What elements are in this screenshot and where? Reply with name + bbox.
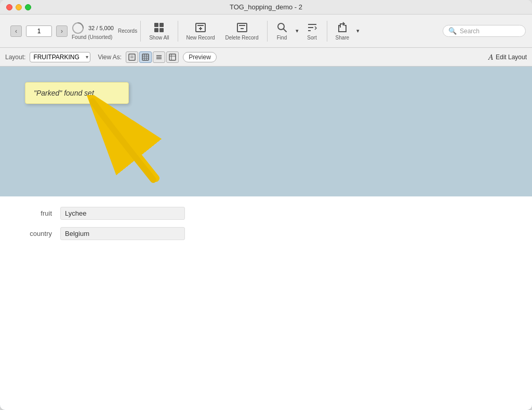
svg-rect-2 bbox=[159, 23, 164, 27]
sort-button[interactable]: Sort bbox=[301, 21, 324, 41]
show-all-icon bbox=[153, 21, 165, 34]
main-window: TOG_hopping_demo - 2 ‹ › 32 / 5,000 F bbox=[0, 0, 532, 410]
find-dropdown-button[interactable]: ▾ bbox=[294, 28, 301, 34]
toolbar: ‹ › 32 / 5,000 Found (Unsorted) Records bbox=[0, 15, 532, 48]
svg-rect-17 bbox=[129, 54, 135, 60]
layout-select-input[interactable]: FRUITPARKING bbox=[30, 52, 90, 62]
window-title: TOG_hopping_demo - 2 bbox=[230, 3, 302, 11]
find-button[interactable]: Find bbox=[271, 21, 294, 41]
svg-rect-6 bbox=[197, 25, 204, 26]
fruit-label: fruit bbox=[21, 209, 52, 217]
form-view-button[interactable] bbox=[126, 51, 138, 63]
spreadsheet-view-button[interactable] bbox=[166, 51, 179, 63]
view-buttons-group bbox=[126, 51, 179, 63]
svg-rect-20 bbox=[142, 54, 149, 60]
minimize-button[interactable] bbox=[16, 4, 22, 10]
record-number-input[interactable] bbox=[26, 25, 52, 37]
svg-line-13 bbox=[284, 29, 286, 32]
new-record-icon bbox=[194, 21, 207, 34]
delete-record-button[interactable]: Delete Record bbox=[220, 21, 264, 41]
fruit-input[interactable]: Lychee bbox=[60, 207, 185, 220]
list-view-button[interactable] bbox=[153, 51, 165, 63]
country-label: country bbox=[21, 230, 52, 237]
svg-rect-4 bbox=[159, 28, 164, 32]
country-field: country Belgium bbox=[21, 227, 511, 240]
svg-rect-1 bbox=[154, 23, 158, 27]
share-dropdown-icon: ▾ bbox=[356, 28, 360, 34]
nav-forward-button[interactable]: › bbox=[56, 25, 68, 37]
record-count-area: 32 / 5,000 Found (Unsorted) bbox=[72, 22, 114, 40]
record-status: Found (Unsorted) bbox=[72, 34, 112, 40]
separator-2 bbox=[178, 21, 178, 42]
new-record-label: New Record bbox=[187, 35, 215, 41]
nav-back-button[interactable]: ‹ bbox=[10, 25, 22, 37]
new-record-button[interactable]: New Record bbox=[181, 21, 220, 41]
sort-label: Sort bbox=[307, 35, 316, 41]
content-area: "Parked" found set fruit Lychee country … bbox=[0, 67, 532, 410]
search-icon: 🔍 bbox=[448, 27, 457, 35]
share-icon bbox=[336, 21, 349, 34]
svg-rect-9 bbox=[237, 23, 247, 32]
share-button[interactable]: Share bbox=[330, 21, 355, 41]
title-bar: TOG_hopping_demo - 2 bbox=[0, 0, 532, 15]
svg-rect-28 bbox=[169, 54, 176, 60]
maximize-button[interactable] bbox=[25, 4, 31, 10]
svg-rect-3 bbox=[154, 28, 158, 32]
loading-spinner bbox=[72, 22, 84, 34]
callout-box: "Parked" found set bbox=[25, 82, 129, 104]
find-label: Find bbox=[277, 35, 287, 41]
show-all-label: Show All bbox=[149, 35, 169, 41]
sort-icon bbox=[306, 21, 318, 34]
layout-bar: Layout: FRUITPARKING View As: bbox=[0, 48, 532, 67]
separator-1 bbox=[140, 21, 141, 42]
separator-4 bbox=[327, 21, 327, 42]
search-area[interactable]: 🔍 Search bbox=[443, 25, 526, 37]
close-button[interactable] bbox=[6, 4, 12, 10]
record-count: 32 / 5,000 bbox=[88, 25, 114, 31]
yellow-arrow bbox=[73, 95, 177, 183]
edit-layout-button[interactable]: 𝐴 Edit Layout bbox=[488, 52, 527, 62]
svg-point-12 bbox=[278, 23, 284, 30]
view-as-label: View As: bbox=[98, 54, 122, 61]
share-label: Share bbox=[336, 35, 350, 41]
preview-button[interactable]: Preview bbox=[183, 52, 217, 62]
records-label: Records bbox=[118, 28, 137, 34]
delete-record-label: Delete Record bbox=[225, 35, 259, 41]
layout-selector[interactable]: FRUITPARKING bbox=[30, 52, 90, 62]
separator-3 bbox=[267, 21, 268, 42]
layout-label: Layout: bbox=[5, 54, 25, 61]
find-dropdown-icon: ▾ bbox=[296, 28, 299, 34]
fruit-field: fruit Lychee bbox=[21, 207, 511, 220]
country-input[interactable]: Belgium bbox=[60, 227, 185, 240]
svg-rect-10 bbox=[239, 25, 245, 26]
font-icon: 𝐴 bbox=[488, 52, 494, 62]
share-dropdown-button[interactable]: ▾ bbox=[354, 28, 362, 34]
form-area: fruit Lychee country Belgium bbox=[0, 196, 532, 410]
traffic-lights bbox=[6, 4, 31, 10]
delete-record-icon bbox=[236, 21, 248, 34]
show-all-button[interactable]: Show All bbox=[144, 21, 174, 41]
callout-text: "Parked" found set bbox=[34, 89, 94, 97]
table-view-button[interactable] bbox=[139, 51, 152, 63]
records-navigation: ‹ › 32 / 5,000 Found (Unsorted) bbox=[6, 22, 118, 40]
find-icon bbox=[276, 21, 288, 34]
search-placeholder: Search bbox=[460, 28, 480, 35]
